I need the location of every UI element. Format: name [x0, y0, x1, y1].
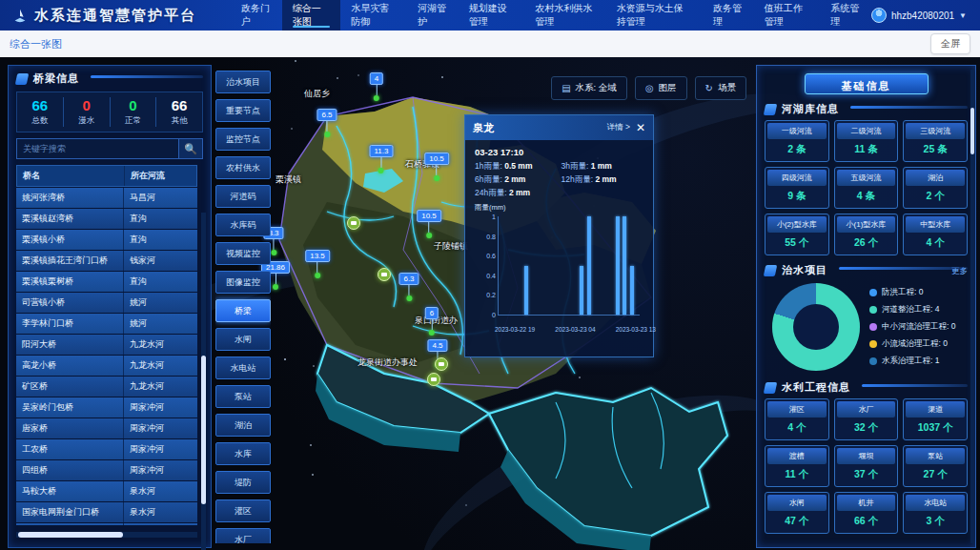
- camera-icon[interactable]: [435, 357, 448, 371]
- close-icon[interactable]: ✕: [636, 122, 645, 133]
- layer-item-水库码[interactable]: 水库码: [215, 214, 271, 236]
- user-name: hhzb42080201: [891, 10, 954, 21]
- layer-item-农村供水[interactable]: 农村供水: [215, 156, 271, 179]
- stat-label: 总数: [17, 115, 63, 127]
- marker-stem: [316, 262, 317, 273]
- legend-item-河道整治工程: 河道整治工程: 4: [869, 304, 968, 316]
- nav-item-规划建设管理[interactable]: 规划建设管理: [459, 0, 525, 31]
- fullscreen-button[interactable]: 全屏: [930, 33, 970, 54]
- layer-item-水闸[interactable]: 水闸: [215, 328, 271, 351]
- layer-item-水厂[interactable]: 水厂: [215, 528, 271, 543]
- cell-river-name: 九龙水河: [123, 377, 197, 397]
- search-input[interactable]: [16, 138, 178, 159]
- marker-stem: [428, 222, 429, 233]
- breadcrumb[interactable]: 综合一张图: [10, 37, 62, 51]
- card-value: 11 个: [767, 464, 827, 484]
- map-marker[interactable]: 6: [425, 307, 439, 336]
- right-panel-scrollbar[interactable]: [970, 70, 974, 543]
- popup-detail-link[interactable]: 详情 >: [607, 122, 630, 133]
- map-marker[interactable]: 10.5: [417, 210, 441, 238]
- table-horizontal-scrollbar[interactable]: [16, 532, 197, 538]
- table-row[interactable]: 栗溪镇栗树桥直沟: [16, 272, 197, 292]
- table-row[interactable]: 马鞍大桥泉水河: [16, 481, 197, 501]
- map-marker[interactable]: 6.3: [398, 273, 419, 301]
- rivers-cards-grid: 一级河流2 条二级河流11 条三级河流25 条四级河流9 条五级河流4 条湖泊2…: [765, 120, 968, 255]
- map-control-label: 场景: [718, 82, 736, 94]
- layer-item-图像监控[interactable]: 图像监控: [215, 271, 271, 294]
- table-row[interactable]: 工农桥周家冲河: [16, 439, 197, 459]
- map-marker[interactable]: 4: [370, 72, 383, 101]
- layer-item-水库[interactable]: 水库: [215, 442, 271, 465]
- table-row[interactable]: 四组桥周家冲河: [16, 460, 197, 480]
- table-row[interactable]: 栗溪镇插花王湾门口桥钱家河: [16, 251, 197, 271]
- y-tick-label: 0.8: [486, 233, 496, 239]
- stat-label: 正常: [111, 115, 156, 127]
- table-row[interactable]: 国家电网荆金门口桥泉水河: [16, 502, 197, 522]
- map-marker[interactable]: 10.5: [424, 153, 449, 181]
- camera-icon[interactable]: [427, 373, 440, 386]
- map-marker[interactable]: 11.3: [370, 145, 394, 173]
- panel-header-icon: [764, 382, 778, 394]
- table-row[interactable]: 栗溪镇小桥直沟: [16, 230, 197, 250]
- rain-metric-12h雨量: 12h雨量: 2 mm: [561, 174, 644, 186]
- map-marker[interactable]: 6.5: [316, 109, 337, 137]
- info-card-堰坝: 堰坝37 个: [834, 445, 899, 487]
- card-value: 2 条: [767, 139, 827, 159]
- search-icon[interactable]: 🔍: [178, 138, 203, 159]
- layer-item-堤防[interactable]: 堤防: [215, 471, 271, 494]
- table-row[interactable]: 司营镇小桥姚河: [16, 293, 197, 313]
- nav-item-水资源与水土保持管理[interactable]: 水资源与水土保持管理: [606, 0, 703, 31]
- bridge-stat-总数: 66总数: [17, 97, 63, 127]
- table-row[interactable]: 阳河大桥九龙水河: [16, 335, 197, 355]
- x-tick-label: 2023-03-22 19: [495, 326, 535, 333]
- rain-bar: [623, 216, 626, 315]
- map-marker[interactable]: 13.5: [305, 250, 330, 278]
- nav-item-系统管理[interactable]: 系统管理: [820, 0, 871, 31]
- camera-icon[interactable]: [378, 268, 391, 281]
- cell-bridge-name: 工农桥: [16, 439, 123, 459]
- table-row[interactable]: 栗溪镇赵湾桥直沟: [16, 209, 197, 229]
- layer-item-水电站[interactable]: 水电站: [215, 356, 271, 379]
- table-row[interactable]: 姚河张湾桥马昌河: [16, 188, 197, 208]
- table-row[interactable]: 矿区桥九龙水河: [16, 377, 197, 397]
- panel-header-icon: [764, 265, 778, 276]
- layer-item-湖泊[interactable]: 湖泊: [215, 414, 271, 437]
- nav-menu: 政务门户综合一张图水旱灾害防御河湖管护规划建设管理农村水利供水管理水资源与水土保…: [231, 0, 871, 31]
- layer-item-桥梁[interactable]: 桥梁: [215, 299, 271, 322]
- rainfall-metrics: 1h雨量: 0.5 mm3h雨量: 1 mm6h雨量: 2 mm12h雨量: 2…: [465, 159, 653, 203]
- app-logo: 水系连通智慧管护平台: [0, 7, 206, 25]
- nav-item-综合一张图[interactable]: 综合一张图: [282, 0, 341, 31]
- nav-item-值班工作管理[interactable]: 值班工作管理: [754, 0, 821, 31]
- card-value: 55 个: [767, 233, 827, 253]
- rainfall-plot-area: 10.80.60.40.20: [498, 216, 640, 316]
- nav-item-农村水利供水管理[interactable]: 农村水利供水管理: [524, 0, 605, 31]
- nav-item-政务门户[interactable]: 政务门户: [231, 0, 282, 31]
- layer-item-监控节点[interactable]: 监控节点: [215, 128, 271, 151]
- nav-item-水旱灾害防御[interactable]: 水旱灾害防御: [340, 0, 407, 31]
- cell-river-name: 直沟: [123, 272, 197, 292]
- layer-item-视频监控[interactable]: 视频监控: [215, 242, 271, 265]
- layer-item-河道码[interactable]: 河道码: [215, 185, 271, 208]
- table-row[interactable]: 集团大桥桥泉水河: [16, 523, 197, 525]
- layer-item-泵站[interactable]: 泵站: [215, 385, 271, 408]
- card-label: 水闸: [767, 495, 827, 511]
- nav-item-河湖管护[interactable]: 河湖管护: [407, 0, 459, 31]
- map-control-水系: 全域[interactable]: ▤水系: 全域: [551, 76, 627, 100]
- map-control-图层[interactable]: ◎图层: [635, 76, 687, 100]
- table-vertical-scrollbar[interactable]: [201, 213, 206, 550]
- camera-icon[interactable]: [347, 216, 360, 230]
- nav-item-政务管理[interactable]: 政务管理: [703, 0, 754, 31]
- layer-item-灌区[interactable]: 灌区: [215, 499, 271, 522]
- user-menu[interactable]: hhzb42080201 ▼: [871, 8, 980, 23]
- layer-item-治水项目[interactable]: 治水项目: [215, 71, 271, 93]
- table-row[interactable]: 高龙小桥九龙水河: [16, 356, 197, 376]
- map-control-场景[interactable]: ↻场景: [695, 76, 746, 100]
- legend-label: 水系治理工程: 1: [882, 356, 939, 367]
- table-row[interactable]: 李学林门口桥姚河: [16, 314, 197, 334]
- basic-info-button[interactable]: 基础信息: [805, 73, 929, 94]
- table-row[interactable]: 吴家岭门包桥周家冲河: [16, 397, 197, 418]
- marker-dot-icon: [271, 250, 276, 255]
- layer-item-重要节点[interactable]: 重要节点: [215, 99, 271, 122]
- table-row[interactable]: 唐家桥周家冲河: [16, 418, 197, 438]
- legend-label: 小流域治理工程: 0: [882, 338, 948, 350]
